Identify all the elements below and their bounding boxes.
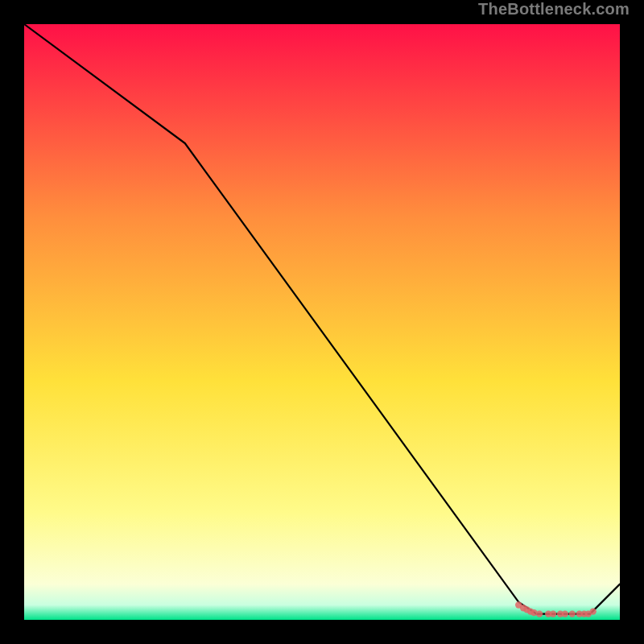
data-marker (562, 610, 568, 617)
data-marker (536, 610, 543, 617)
data-marker (550, 610, 556, 617)
data-marker (569, 610, 576, 617)
chart-svg (24, 24, 620, 620)
watermark-text: TheBottleneck.com (478, 0, 630, 19)
chart-frame: TheBottleneck.com (0, 0, 644, 644)
data-marker (590, 608, 597, 614)
plot-area (24, 24, 620, 620)
gradient-background (24, 24, 620, 620)
